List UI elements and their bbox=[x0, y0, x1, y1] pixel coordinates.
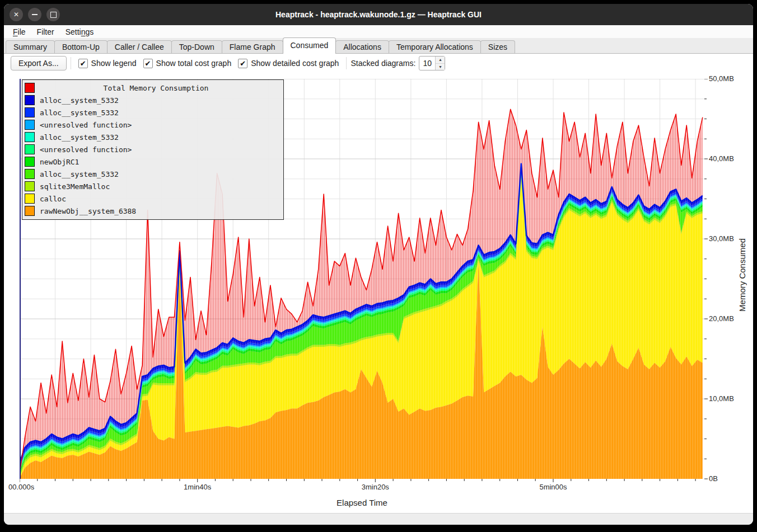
legend-item: calloc bbox=[22, 192, 283, 205]
legend-item: newObjRC1 bbox=[22, 156, 283, 168]
checkbox-show-total-cost-graph[interactable]: ✔Show total cost graph bbox=[143, 59, 232, 68]
tab-flame-graph[interactable]: Flame Graph bbox=[222, 40, 283, 54]
legend-swatch-icon bbox=[25, 83, 35, 93]
tab-allocations[interactable]: Allocations bbox=[335, 40, 389, 54]
legend-item: sqlite3MemMalloc bbox=[22, 180, 283, 192]
legend-label: calloc bbox=[40, 195, 66, 203]
tab-summary[interactable]: Summary bbox=[6, 40, 55, 54]
spinner-down-icon[interactable]: ▼ bbox=[436, 64, 445, 70]
y-tick-label: 20,0MB bbox=[709, 314, 734, 323]
checkbox-show-legend[interactable]: ✔Show legend bbox=[78, 59, 137, 68]
legend-item: <unresolved function> bbox=[22, 119, 283, 131]
tab-consumed[interactable]: Consumed bbox=[283, 37, 337, 54]
checkmark-icon: ✔ bbox=[143, 59, 153, 68]
window-controls: ✕ bbox=[10, 8, 60, 21]
close-button[interactable]: ✕ bbox=[10, 8, 23, 21]
close-icon: ✕ bbox=[13, 11, 19, 18]
tab-sizes[interactable]: Sizes bbox=[480, 40, 515, 54]
status-bar bbox=[4, 513, 753, 525]
legend-label: newObjRC1 bbox=[40, 158, 79, 166]
checkbox-label: Show detailed cost graph bbox=[251, 59, 339, 68]
chart-legend: Total Memory Consumptionalloc__system_53… bbox=[22, 79, 284, 220]
legend-swatch-icon bbox=[25, 181, 35, 191]
stacked-diagrams-value: 10 bbox=[419, 57, 435, 70]
x-tick-label: 00.000s bbox=[8, 483, 34, 491]
legend-swatch-icon bbox=[25, 157, 35, 167]
tab-bottom-up[interactable]: Bottom-Up bbox=[54, 40, 108, 54]
legend-label: <unresolved function> bbox=[40, 145, 132, 154]
tab-top-down[interactable]: Top-Down bbox=[171, 40, 222, 54]
legend-item: alloc__system_5332 bbox=[22, 106, 283, 119]
legend-label: <unresolved function> bbox=[40, 121, 132, 129]
menu-item-filter[interactable]: Filter bbox=[31, 27, 60, 37]
x-tick-label: 1min40s bbox=[164, 483, 231, 491]
tab-caller-callee[interactable]: Caller / Callee bbox=[107, 40, 172, 54]
maximize-icon bbox=[50, 12, 57, 18]
legend-swatch-icon bbox=[25, 132, 35, 142]
x-tick-label: 3min20s bbox=[342, 483, 409, 491]
legend-label: alloc__system_5332 bbox=[40, 170, 119, 178]
toolbar-separator bbox=[346, 57, 347, 69]
legend-item: rawNewObj__system_6388 bbox=[22, 205, 283, 217]
window-title: Heaptrack - heaptrack.wakunode.1.gz — He… bbox=[4, 10, 753, 19]
menu-item-settings[interactable]: Settings bbox=[60, 27, 100, 37]
checkbox-label: Show total cost graph bbox=[156, 59, 232, 68]
stacked-diagrams-stepper[interactable]: 10 ▲ ▼ bbox=[419, 56, 445, 70]
legend-item: <unresolved function> bbox=[22, 143, 283, 156]
checkmark-icon: ✔ bbox=[78, 59, 88, 68]
y-tick-label: 30,0MB bbox=[709, 234, 734, 243]
y-tick-label: 50,0MB bbox=[709, 74, 734, 83]
minimize-icon bbox=[32, 14, 38, 15]
legend-label: alloc__system_5332 bbox=[40, 109, 119, 117]
menu-bar: FileFilterSettings bbox=[4, 25, 753, 38]
export-as-button[interactable]: Export As... bbox=[11, 56, 67, 70]
spinner-up-icon[interactable]: ▲ bbox=[436, 57, 445, 64]
legend-label: alloc__system_5332 bbox=[40, 133, 119, 142]
legend-swatch-icon bbox=[25, 120, 35, 130]
legend-label: alloc__system_5332 bbox=[40, 96, 119, 105]
legend-swatch-icon bbox=[25, 144, 35, 154]
legend-swatch-icon bbox=[25, 194, 35, 204]
toolbar-separator bbox=[71, 57, 71, 69]
checkmark-icon: ✔ bbox=[238, 59, 247, 68]
stacked-diagrams-label: Stacked diagrams: bbox=[351, 59, 415, 68]
legend-swatch-icon bbox=[25, 206, 35, 216]
legend-label: sqlite3MemMalloc bbox=[40, 182, 110, 191]
minimize-button[interactable] bbox=[28, 8, 41, 21]
y-tick-label: 10,0MB bbox=[709, 394, 734, 403]
legend-label: rawNewObj__system_6388 bbox=[40, 207, 136, 215]
y-axis-title: Memory Consumed bbox=[737, 73, 747, 477]
x-tick-label: 5min00s bbox=[520, 483, 587, 491]
menu-item-file[interactable]: File bbox=[7, 27, 31, 37]
legend-item: alloc__system_5332 bbox=[22, 94, 283, 106]
checkbox-show-detailed-cost-graph[interactable]: ✔Show detailed cost graph bbox=[238, 59, 339, 68]
legend-label: Total Memory Consumption bbox=[40, 84, 283, 92]
title-bar: ✕ Heaptrack - heaptrack.wakunode.1.gz — … bbox=[4, 4, 753, 25]
app-window: ✕ Heaptrack - heaptrack.wakunode.1.gz — … bbox=[4, 4, 753, 525]
y-tick-label: 0B bbox=[709, 474, 718, 483]
legend-swatch-icon bbox=[25, 107, 35, 117]
legend-swatch-icon bbox=[25, 95, 35, 105]
checkbox-label: Show legend bbox=[91, 59, 137, 68]
tab-temporary-allocations[interactable]: Temporary Allocations bbox=[389, 40, 481, 54]
legend-swatch-icon bbox=[25, 169, 35, 179]
toolbar: Export As... ✔Show legend✔Show total cos… bbox=[4, 54, 753, 73]
maximize-button[interactable] bbox=[46, 8, 60, 21]
legend-title-row: Total Memory Consumption bbox=[22, 82, 283, 94]
legend-item: alloc__system_5332 bbox=[22, 131, 283, 143]
y-tick-label: 40,0MB bbox=[709, 154, 734, 163]
tab-bar: SummaryBottom-UpCaller / CalleeTop-DownF… bbox=[4, 38, 753, 54]
legend-item: alloc__system_5332 bbox=[22, 168, 283, 180]
consumed-chart: Total Memory Consumptionalloc__system_53… bbox=[4, 73, 753, 513]
x-axis-title: Elapsed Time bbox=[20, 498, 704, 507]
